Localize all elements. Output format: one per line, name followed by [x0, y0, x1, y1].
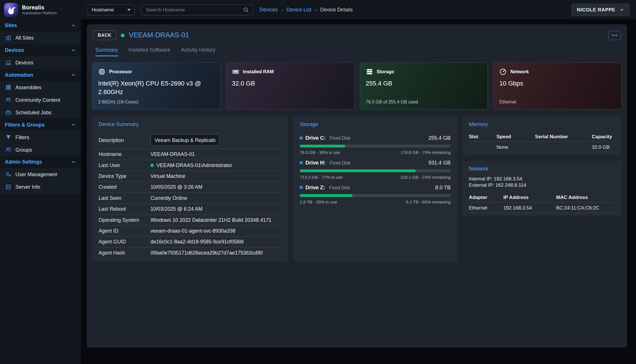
- card-title: Installed RAM: [243, 69, 274, 74]
- sidebar-section-automation[interactable]: Automation: [0, 69, 81, 81]
- sidebar-item-assemblies[interactable]: Assemblies: [0, 81, 81, 93]
- drive-c: Drive C: Fixed Disk 255.4 GB 76.5 GB - 3…: [293, 131, 457, 156]
- memory-table-header: Slot Speed Serial Number Capacity: [469, 131, 615, 142]
- breadcrumb: Devices › Device List › Device Details: [260, 7, 353, 13]
- drive-c-usage-bar: [300, 145, 451, 148]
- device-summary-panel: Device Summary Description Hostname VEEA…: [92, 116, 288, 262]
- sidebar-section-admin-settings[interactable]: Admin Settings: [0, 156, 81, 168]
- storage-icon: [366, 68, 373, 76]
- section-label: Devices: [5, 47, 24, 53]
- server-icon: [5, 184, 11, 190]
- storage-panel: Storage Drive C: Fixed Disk 255.4 GB 76.…: [293, 116, 457, 262]
- user-menu-button[interactable]: NICOLE RAPPE: [572, 3, 629, 16]
- user-name: NICOLE RAPPE: [577, 7, 615, 13]
- sidebar-item-label: Server Info: [15, 184, 40, 190]
- sidebar-item-user-management[interactable]: User Management: [0, 168, 81, 181]
- section-label: Admin Settings: [5, 159, 42, 165]
- tab-activity-history[interactable]: Activity History: [181, 46, 215, 56]
- network-card: Network 10 Gbps Ethernet: [493, 62, 622, 109]
- back-button[interactable]: BACK: [93, 30, 116, 40]
- ram-value: 32.0 GB: [232, 80, 346, 88]
- detail-panels: Device Summary Description Hostname VEEA…: [92, 116, 622, 262]
- sidebar-item-devices[interactable]: Devices: [0, 56, 81, 69]
- summary-row-last-reboot: Last Reboot 10/03/2025 @ 6:24 AM: [98, 204, 281, 215]
- sidebar-section-sites[interactable]: Sites: [0, 19, 81, 32]
- sidebar-item-scheduled-jobs[interactable]: Scheduled Jobs: [0, 106, 81, 119]
- summary-row-operating-system: Operating System Windows 10 2022 Datacen…: [98, 215, 281, 225]
- sidebar-item-all-sites[interactable]: All Sites: [0, 32, 81, 44]
- more-actions-button[interactable]: •••: [608, 30, 621, 40]
- laptop-icon: [5, 60, 11, 66]
- sidebar-item-server-info[interactable]: Server Info: [0, 181, 81, 193]
- device-name-title: VEEAM-DRAAS-01: [129, 31, 189, 39]
- tab-bar: Summary Installed Software Activity Hist…: [95, 46, 619, 56]
- memory-panel: Memory Slot Speed Serial Number Capacity…: [463, 116, 622, 156]
- remaining-text: 218.1 GB - 23% remaining: [400, 175, 451, 180]
- chevron-down-icon: [127, 9, 130, 11]
- sidebar-item-filters[interactable]: Filters: [0, 131, 81, 143]
- drive-h-usage-bar: [300, 169, 451, 172]
- section-label: Automation: [5, 72, 33, 78]
- chevron-up-icon: [70, 122, 76, 128]
- panel-title: Memory: [469, 121, 615, 127]
- storage-footer: 76.5 GB of 255.4 GB used: [366, 99, 482, 104]
- card-title: Network: [510, 69, 529, 74]
- sidebar-item-label: Groups: [15, 147, 32, 152]
- sidebar-item-label: User Management: [15, 172, 57, 177]
- sidebar-section-devices[interactable]: Devices: [0, 44, 81, 56]
- drive-h: Drive H: Fixed Disk 931.4 GB 713.3 GB - …: [293, 156, 457, 181]
- panel-title: Network: [469, 166, 615, 172]
- drive-bullet-icon: [300, 161, 303, 164]
- chevron-up-icon: [70, 159, 76, 165]
- sidebar-item-label: All Sites: [15, 35, 34, 41]
- sidebar-item-groups[interactable]: Groups: [0, 143, 81, 156]
- search-field-select-value: Hostname: [92, 7, 114, 13]
- sidebar-item-label: Scheduled Jobs: [15, 110, 51, 115]
- sidebar-item-label: Assemblies: [15, 84, 41, 90]
- search-input[interactable]: [145, 7, 241, 13]
- sidebar-item-community-content[interactable]: Community Content: [0, 93, 81, 106]
- breadcrumb-devices[interactable]: Devices: [260, 7, 278, 13]
- cpu-icon: [98, 68, 106, 76]
- borealis-logo: [4, 3, 18, 17]
- chevron-up-icon: [70, 23, 76, 29]
- summary-row-agent-guid: Agent GUID de16c0c1-8aa2-4d18-9585-9ce91…: [98, 237, 281, 247]
- stat-cards: Processor Intel(R) Xeon(R) CPU E5-2690 v…: [92, 62, 622, 109]
- external-ip: External IP: 162.248.8.114: [469, 182, 615, 188]
- remaining-text: 5.2 TB - 65% remaining: [406, 199, 451, 204]
- funnel-icon: [5, 134, 11, 140]
- users-icon: [5, 97, 11, 103]
- grid-icon: [5, 84, 11, 90]
- hostname-search: [141, 4, 253, 15]
- app-root: Borealis Automation Platform Sites All S…: [0, 0, 636, 364]
- building-icon: [5, 35, 11, 41]
- rabbit-logo-icon: [4, 3, 18, 17]
- ram-footer: [232, 99, 348, 104]
- summary-row-last-seen: Last Seen Currently Online: [98, 193, 281, 204]
- users-icon: [5, 147, 11, 153]
- chevron-up-icon: [70, 47, 76, 53]
- network-footer: Ethernet: [499, 99, 616, 104]
- online-status-dot: [121, 33, 124, 37]
- sidebar-item-label: Devices: [15, 60, 33, 66]
- search-field-select[interactable]: Hostname: [88, 4, 135, 15]
- breadcrumb-device-list[interactable]: Device List: [286, 7, 311, 13]
- tab-installed-software[interactable]: Installed Software: [128, 46, 170, 56]
- processor-footer: 2.60GHz (16-Cores): [98, 99, 215, 104]
- sidebar-section-filters-groups[interactable]: Filters & Groups: [0, 119, 81, 131]
- network-table-header: Adapter IP Address MAC Address: [469, 192, 615, 203]
- network-value: 10 Gbps: [499, 80, 613, 88]
- description-input[interactable]: [150, 134, 219, 146]
- breadcrumb-separator: ›: [281, 7, 283, 13]
- chevron-up-icon: [70, 72, 76, 78]
- device-details-panel: BACK VEEAM-DRAAS-01 ••• Summary Installe…: [87, 24, 627, 347]
- briefcase-icon: [5, 109, 11, 115]
- brand-name: Borealis: [22, 4, 57, 11]
- storage-value: 255.4 GB: [366, 80, 479, 88]
- search-icon[interactable]: [243, 7, 249, 13]
- drive-bullet-icon: [300, 186, 303, 189]
- ram-card: Installed RAM 32.0 GB: [226, 62, 354, 109]
- tab-summary[interactable]: Summary: [95, 46, 118, 56]
- card-title: Storage: [377, 69, 394, 74]
- processor-value: Intel(R) Xeon(R) CPU E5-2690 v3 @ 2.60GH…: [98, 80, 212, 96]
